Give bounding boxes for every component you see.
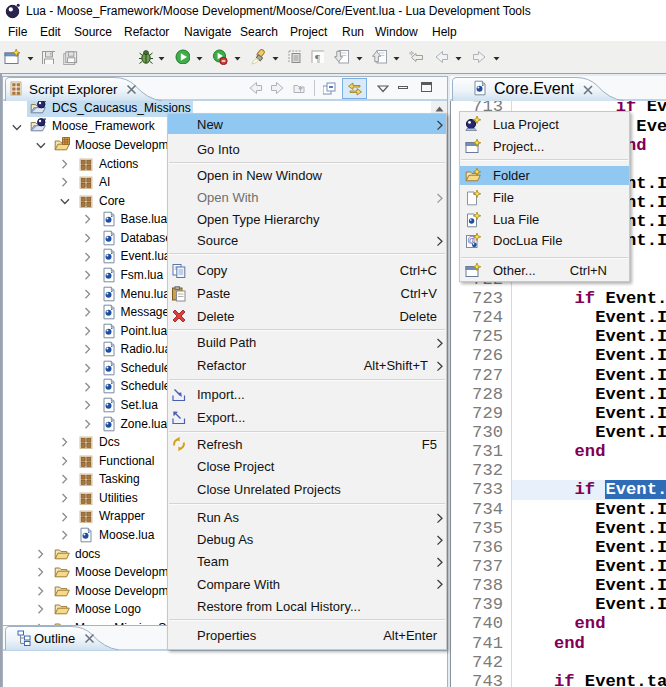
svg-text:¶: ¶	[315, 52, 320, 63]
